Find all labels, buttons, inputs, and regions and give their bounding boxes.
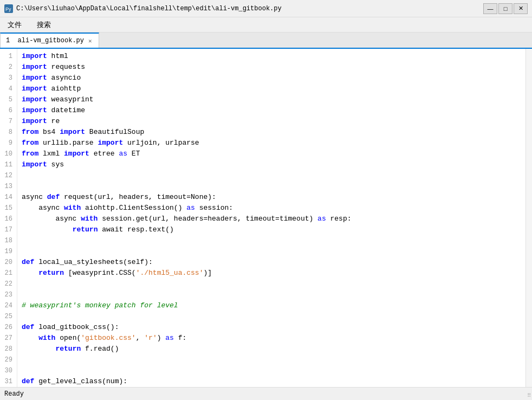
code-line bbox=[22, 170, 525, 181]
line-number: 2 bbox=[4, 62, 12, 73]
line-number: 24 bbox=[4, 300, 12, 311]
code-line: return f.read() bbox=[22, 344, 525, 354]
code-line: def local_ua_stylesheets(self): bbox=[22, 257, 525, 268]
svg-text:Py: Py bbox=[5, 7, 11, 12]
status-bar: Ready ⠿ bbox=[0, 387, 532, 400]
code-line bbox=[22, 246, 525, 257]
code-line: import sys bbox=[22, 159, 525, 170]
line-number: 9 bbox=[4, 138, 12, 149]
code-line: async with session.get(url, headers=head… bbox=[22, 214, 525, 224]
code-area[interactable]: import htmlimport requestsimport asyncio… bbox=[17, 49, 525, 387]
code-line: # weasyprint's monkey patch for level bbox=[22, 300, 525, 311]
line-number: 4 bbox=[4, 83, 12, 94]
code-line: import requests bbox=[22, 62, 525, 73]
tab-ali-vm-gitbook[interactable]: 1 ali-vm_gitbook.py ✕ bbox=[0, 33, 99, 48]
line-numbers: 1234567891011121314151617181920212223242… bbox=[0, 49, 17, 387]
line-number: 26 bbox=[4, 322, 12, 333]
line-number: 7 bbox=[4, 116, 12, 127]
menu-search[interactable]: 搜索 bbox=[34, 19, 54, 31]
line-number: 31 bbox=[4, 376, 12, 387]
code-line: from bs4 import BeautifulSoup bbox=[22, 127, 525, 138]
menu-file[interactable]: 文件 bbox=[4, 19, 25, 31]
line-number: 22 bbox=[4, 279, 12, 289]
code-line bbox=[22, 311, 525, 322]
line-number: 25 bbox=[4, 311, 12, 322]
resize-handle: ⠿ bbox=[527, 392, 531, 399]
line-number: 1 bbox=[4, 51, 12, 62]
code-line: import re bbox=[22, 116, 525, 127]
line-number: 20 bbox=[4, 257, 12, 268]
tab-label: 1 ali-vm_gitbook.py bbox=[6, 37, 84, 44]
line-number: 13 bbox=[4, 181, 12, 192]
tab-close-button[interactable]: ✕ bbox=[87, 37, 93, 44]
code-line bbox=[22, 279, 525, 289]
app-icon: Py bbox=[4, 4, 13, 13]
maximize-button[interactable]: □ bbox=[498, 3, 512, 14]
line-number: 10 bbox=[4, 149, 12, 159]
code-line bbox=[22, 365, 525, 376]
code-line: import aiohttp bbox=[22, 83, 525, 94]
code-line: import asyncio bbox=[22, 73, 525, 83]
code-line: from urllib.parse import urljoin, urlpar… bbox=[22, 138, 525, 149]
window-controls: — □ ✕ bbox=[483, 3, 528, 14]
code-line bbox=[22, 235, 525, 246]
line-number: 17 bbox=[4, 224, 12, 235]
line-number: 19 bbox=[4, 246, 12, 257]
code-line bbox=[22, 289, 525, 300]
code-line: from lxml import etree as ET bbox=[22, 149, 525, 159]
line-number: 6 bbox=[4, 105, 12, 116]
title-path: C:\Users\liuhao\AppData\Local\finalshell… bbox=[16, 5, 528, 12]
line-number: 30 bbox=[4, 365, 12, 376]
code-line: def load_gitbook_css(): bbox=[22, 322, 525, 333]
code-line: with open('gitbook.css', 'r') as f: bbox=[22, 333, 525, 344]
line-number: 28 bbox=[4, 344, 12, 354]
line-number: 8 bbox=[4, 127, 12, 138]
code-line: import html bbox=[22, 51, 525, 62]
status-text: Ready bbox=[4, 390, 24, 398]
line-number: 18 bbox=[4, 235, 12, 246]
editor-container: 1234567891011121314151617181920212223242… bbox=[0, 49, 532, 387]
line-number: 12 bbox=[4, 170, 12, 181]
minimize-button[interactable]: — bbox=[483, 3, 497, 14]
line-number: 16 bbox=[4, 214, 12, 224]
line-number: 23 bbox=[4, 289, 12, 300]
code-line bbox=[22, 181, 525, 192]
title-bar: Py C:\Users\liuhao\AppData\Local\finalsh… bbox=[0, 0, 532, 17]
code-line: import datetime bbox=[22, 105, 525, 116]
line-number: 3 bbox=[4, 73, 12, 83]
scrollbar[interactable] bbox=[525, 49, 532, 387]
line-number: 29 bbox=[4, 354, 12, 365]
code-line: import weasyprint bbox=[22, 94, 525, 105]
line-number: 5 bbox=[4, 94, 12, 105]
line-number: 14 bbox=[4, 192, 12, 203]
line-number: 11 bbox=[4, 159, 12, 170]
code-line: def get_level_class(num): bbox=[22, 376, 525, 387]
code-line: return await resp.text() bbox=[22, 224, 525, 235]
code-line: async def request(url, headers, timeout=… bbox=[22, 192, 525, 203]
code-line: return [weasyprint.CSS('./html5_ua.css')… bbox=[22, 268, 525, 279]
close-button[interactable]: ✕ bbox=[514, 3, 528, 14]
code-line: async with aiohttp.ClientSession() as se… bbox=[22, 203, 525, 214]
line-number: 27 bbox=[4, 333, 12, 344]
line-number: 15 bbox=[4, 203, 12, 214]
code-line bbox=[22, 354, 525, 365]
line-number: 21 bbox=[4, 268, 12, 279]
menu-bar: 文件 搜索 bbox=[0, 17, 532, 33]
tab-bar: 1 ali-vm_gitbook.py ✕ bbox=[0, 33, 532, 49]
